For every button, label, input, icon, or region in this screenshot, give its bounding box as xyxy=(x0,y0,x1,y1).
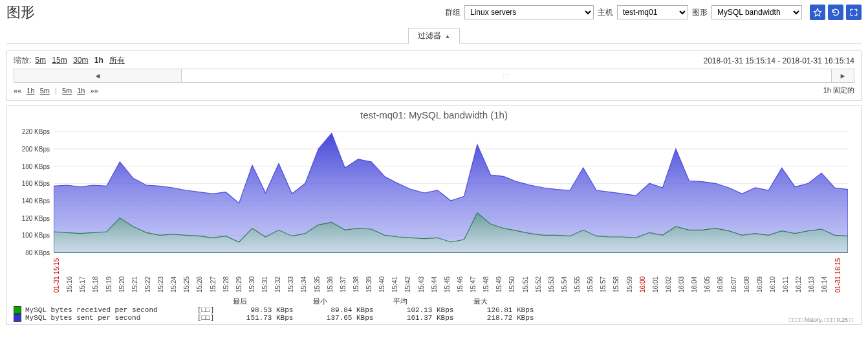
stat-head-avg: 平均 xyxy=(368,296,433,306)
legend-swatch-recv xyxy=(14,306,21,314)
nav-back-5m[interactable]: 5m xyxy=(40,87,50,95)
legend-brackets: [□□] xyxy=(197,314,214,322)
zoom-5m[interactable]: 5m xyxy=(35,56,46,65)
nav-sep: | xyxy=(55,87,57,95)
host-select[interactable]: test-mq01 xyxy=(617,5,688,19)
zoom-1h[interactable]: 1h xyxy=(94,56,103,65)
zoom-15m[interactable]: 15m xyxy=(52,56,67,65)
zoom-30m[interactable]: 30m xyxy=(73,56,88,65)
favorite-button[interactable] xyxy=(810,5,825,20)
footer-mini: □□□□ history. □□□ 0.25 □ xyxy=(789,317,853,323)
stat-recv-max: 126.81 KBps xyxy=(469,306,534,314)
nav-left-button[interactable]: ◄ xyxy=(14,69,182,83)
graph-label: 图形 xyxy=(692,7,708,18)
stat-head-last: 最后 xyxy=(208,296,272,306)
nav-fwd-1h[interactable]: 1h xyxy=(77,87,85,95)
fixed-label: 1h 固定的 xyxy=(823,85,854,95)
stat-sent-max: 218.72 KBps xyxy=(469,314,534,322)
legend-label-sent: MySQL bytes sent per second xyxy=(25,314,193,322)
legend-brackets: [□□] xyxy=(197,306,214,314)
chart-plot xyxy=(54,123,848,259)
refresh-button[interactable] xyxy=(828,5,843,20)
stat-recv-min: 89.84 KBps xyxy=(309,306,373,314)
chevron-down-icon: ▲ xyxy=(445,33,451,39)
time-range: 2018-01-31 15:15:14 - 2018-01-31 16:15:1… xyxy=(703,56,854,65)
page-title: 图形 xyxy=(6,3,35,22)
nav-back-1h[interactable]: 1h xyxy=(27,87,34,95)
group-select[interactable]: Linux servers xyxy=(464,5,594,19)
y-axis: 80 KBps100 KBps120 KBps140 KBps160 KBps1… xyxy=(11,123,54,252)
time-scrollbar[interactable]: ::: xyxy=(182,69,831,83)
x-axis: 01-31 15:1515:1615:1715:1815:1915:2015:2… xyxy=(54,259,848,293)
chart-title: test-mq01: MySQL bandwidth (1h) xyxy=(11,109,857,120)
stat-sent-avg: 161.37 KBps xyxy=(389,314,453,322)
nav-fwd-5m[interactable]: 5m xyxy=(62,87,72,95)
filter-tab-label: 过滤器 xyxy=(418,30,441,41)
legend-label-recv: MySQL bytes received per second xyxy=(25,306,193,314)
filter-tab[interactable]: 过滤器 ▲ xyxy=(408,28,461,44)
grip-icon: ::: xyxy=(503,73,510,80)
stat-sent-min: 137.65 KBps xyxy=(309,314,373,322)
nav-right-button[interactable]: ► xyxy=(831,69,854,83)
stat-recv-avg: 102.13 KBps xyxy=(389,306,453,314)
host-label: 主机 xyxy=(598,7,613,18)
stat-recv-last: 98.53 KBps xyxy=(228,306,293,314)
legend: 最后 最小 平均 最大 MySQL bytes received per sec… xyxy=(14,296,857,322)
nav-first[interactable]: «« xyxy=(14,87,21,95)
graph-select[interactable]: MySQL bandwidth xyxy=(711,5,802,19)
time-toolbar: 缩放: 5m 15m 30m 1h 所有 2018-01-31 15:15:14… xyxy=(6,50,862,101)
stat-head-min: 最小 xyxy=(288,296,353,306)
group-label: 群组 xyxy=(445,7,461,18)
stat-head-max: 最大 xyxy=(448,296,513,306)
nav-last[interactable]: »» xyxy=(91,87,98,95)
stat-sent-last: 151.73 KBps xyxy=(228,314,293,322)
zoom-label: 缩放: xyxy=(14,55,31,66)
zoom-all[interactable]: 所有 xyxy=(109,56,125,65)
legend-swatch-sent xyxy=(14,314,21,322)
fullscreen-button[interactable] xyxy=(846,5,862,20)
